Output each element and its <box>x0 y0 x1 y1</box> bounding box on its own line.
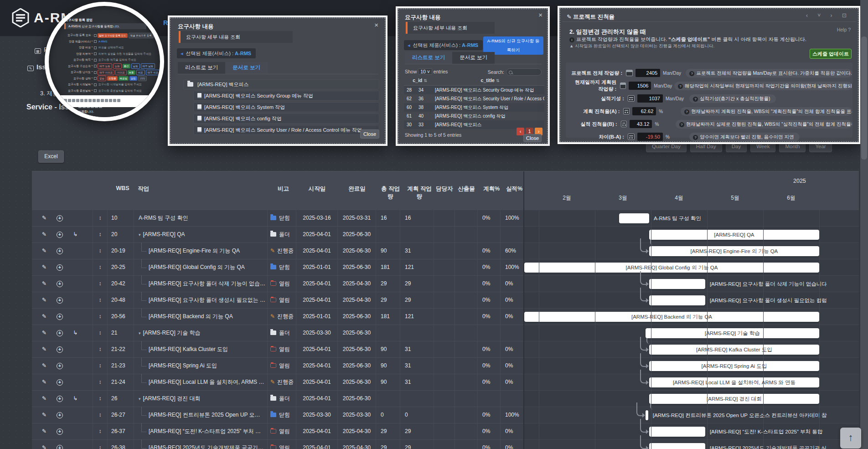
loupe-chip[interactable]: 매우 낮음 <box>141 63 155 69</box>
loupe-chip[interactable]: 어려움 <box>115 70 127 75</box>
move-row-icon[interactable]: ↕ <box>93 325 108 341</box>
task-cell[interactable]: [ARMS-REQ] Global Config 의 기능 QA <box>134 259 268 275</box>
tab-doc-view[interactable]: 문서로 보기 <box>452 52 495 64</box>
loupe-field-value[interactable]: 버전을 선택해주세요 <box>98 46 124 50</box>
gantt-bar[interactable]: [ARMS-REQ] Engine-Fire 의 기능 QA <box>649 246 819 256</box>
requirement-list-row[interactable]: 6140[ARMS-REQ] 백오피스 config 작업 <box>404 112 544 120</box>
column-header-10[interactable]: 실적% <box>501 171 523 210</box>
toolbar-icon[interactable] <box>88 99 92 102</box>
table-row[interactable]: ✎+↕20-42[ARMS-REQ] 요구사항 폴더 삭제 기능이 없습…열림2… <box>32 276 523 292</box>
scroll-to-top-button[interactable]: ↑ <box>840 428 861 449</box>
entries-select[interactable]: 10 ˅ <box>418 68 432 75</box>
table-row[interactable]: ✎+↕20-48[ARMS-REQ] 요구사항 폴더 생성시 필요없는 …열림2… <box>32 292 523 309</box>
dialog3-window-icons[interactable]: ‹ ˅ › ⊡ <box>806 12 851 19</box>
table-row[interactable]: ✎+↕21-23[ARMS-REQ] Spring Ai 도입열림2025-04… <box>32 358 523 374</box>
loupe-chip[interactable]: 닫힘 <box>129 76 137 81</box>
table-row[interactable]: ✎+↕26-27[ARMS-REQ] 컨트리뷰톤 2025 Open UP 오픈… <box>32 407 523 423</box>
edit-row-icon[interactable]: ✎ <box>42 210 46 226</box>
loupe-chip[interactable]: 쉬움 <box>136 70 145 75</box>
loupe-chip[interactable]: 기타 <box>138 76 147 81</box>
gantt-bar[interactable] <box>649 295 705 305</box>
indent-icon[interactable]: ↳ <box>73 391 78 407</box>
toolbar-icon[interactable] <box>84 99 88 102</box>
loupe-chip[interactable]: 열림 <box>98 76 106 81</box>
move-row-icon[interactable]: ↕ <box>93 358 108 374</box>
add-row-icon[interactable]: + <box>57 215 63 222</box>
task-cell[interactable]: [ARMS-REQ] Engine-Fire 의 기능 QA <box>134 243 268 259</box>
loupe-field-value[interactable]: 리뷰어 설정을 위한 계정들을 입력해 주세요 <box>98 52 151 56</box>
table-row[interactable]: ✎+↕26-37[ARMS-REQ] “도전! K-스타트업 2025” 부처 … <box>32 423 523 440</box>
dialog1-close-button[interactable]: Close <box>360 129 379 139</box>
add-row-icon[interactable]: + <box>57 314 63 320</box>
dialog1-close-icon[interactable]: × <box>374 21 378 29</box>
table-row[interactable]: ✎+↕21-22[ARMS-REQ] Kafka Cluster 도입열림202… <box>32 341 523 358</box>
task-cell[interactable]: [ARMS-REQ] Local LLM 을 설치하여, ARMS … <box>134 374 268 390</box>
tab-list-view[interactable]: 리스트로 보기 <box>178 62 225 74</box>
tree-doc-item[interactable]: [ARMS-REQ] 백오피스 System 작업 <box>193 102 379 112</box>
editor-placeholder[interactable]: 요구사항 내용을 기록합니다. <box>53 108 164 121</box>
loupe-field-value[interactable]: A-RMS <box>98 40 107 43</box>
tree-doc-item[interactable]: [ARMS-REQ] 백오피스 Security User / Role / A… <box>193 125 379 135</box>
indent-icon[interactable]: ↳ <box>73 325 78 341</box>
toolbar-icon[interactable] <box>60 99 63 102</box>
column-header-0[interactable]: WBS <box>108 171 134 210</box>
add-row-icon[interactable]: + <box>57 281 63 287</box>
folder-caret-icon[interactable]: ▾ <box>139 232 141 237</box>
gantt-bar[interactable]: [ARMS-REQ] Kafka Cluster 도입 <box>649 345 819 355</box>
gantt-bar[interactable]: [ARMS-REQ] Local LLM 을 설치하여, ARMS 와 연동 <box>649 377 819 387</box>
add-row-icon[interactable]: + <box>57 264 63 271</box>
table-row[interactable]: ✎+↕26-38[ARMS-REQ] 2025년도 기술개발제품 공공기…열림2… <box>32 440 523 449</box>
column-header-9[interactable]: 계획% <box>478 171 501 210</box>
gantt-bar[interactable]: [ARMS-REQ] Spring Ai 도입 <box>649 361 819 371</box>
gantt-bar[interactable]: [ARMS-REQ] Global Config 의 기능 QA <box>524 263 819 273</box>
edit-row-icon[interactable]: ✎ <box>42 440 46 449</box>
loupe-chip[interactable]: 보통 <box>128 70 135 75</box>
toolbar-icon[interactable] <box>72 99 75 102</box>
schedule-update-button[interactable]: 스케줄 업데이트 <box>810 49 852 59</box>
toolbar-icon[interactable] <box>80 99 83 102</box>
loupe-chip[interactable]: 높음 <box>113 63 122 69</box>
move-row-icon[interactable]: ↕ <box>93 374 108 390</box>
excel-export-button[interactable]: Excel <box>38 150 64 163</box>
gantt-bar[interactable] <box>619 213 649 223</box>
move-row-icon[interactable]: ↕ <box>93 210 108 226</box>
move-row-icon[interactable]: ↕ <box>93 276 108 292</box>
dialog2-close-icon[interactable]: × <box>538 11 542 19</box>
task-cell[interactable]: ▾[ARMS-REQ] 경진 대회 <box>134 391 268 407</box>
progress-field-value[interactable]: 62.62 <box>632 107 656 115</box>
loupe-chip[interactable]: 매우 어려움 <box>98 70 114 75</box>
requirement-list-row[interactable]: 2834[ARMS-REQ] 백오피스 Security Group 메뉴 작업 <box>404 86 544 94</box>
add-row-icon[interactable]: + <box>57 297 63 304</box>
task-cell[interactable]: [ARMS-REQ] 컨트리뷰톤 2025 Open UP 오픈… <box>134 407 268 423</box>
edit-row-icon[interactable]: ✎ <box>42 423 46 439</box>
column-header-4[interactable]: 완료일 <box>338 171 376 210</box>
move-row-icon[interactable]: ↕ <box>93 259 108 275</box>
move-row-icon[interactable]: ↕ <box>93 227 108 243</box>
progress-field-value[interactable]: 43.12 <box>630 120 652 128</box>
add-row-icon[interactable]: + <box>57 428 63 435</box>
edit-row-icon[interactable]: ✎ <box>42 358 46 374</box>
tree-root-folder[interactable]: [ARMS-REQ] 백오피스 <box>183 79 379 89</box>
column-header-8[interactable]: 산출물 <box>455 171 478 210</box>
add-row-icon[interactable]: + <box>57 396 63 402</box>
toolbar-icon[interactable] <box>68 99 71 102</box>
page-scrollbar[interactable] <box>860 0 868 449</box>
tab-list-view[interactable]: 리스트로 보기 <box>405 52 452 64</box>
loupe-chip[interactable]: 진행중 <box>107 76 118 81</box>
add-row-icon[interactable]: + <box>57 363 63 369</box>
edit-row-icon[interactable]: ✎ <box>42 309 46 325</box>
column-header-3[interactable]: 시작일 <box>296 171 338 210</box>
toolbar-icon[interactable] <box>56 99 59 102</box>
tree-doc-item[interactable]: [ARMS-REQ] 백오피스 Security Group 메뉴 작업 <box>193 91 379 101</box>
table-row[interactable]: ✎+↕20-25[ARMS-REQ] Global Config 의 기능 QA… <box>32 259 523 276</box>
tree-doc-item[interactable]: [ARMS-REQ] 백오피스 config 작업 <box>193 114 379 124</box>
indent-icon[interactable]: ↳ <box>73 227 78 243</box>
table-row[interactable]: ✎+↕21-24[ARMS-REQ] Local LLM 을 설치하여, ARM… <box>32 374 523 391</box>
edit-row-icon[interactable]: ✎ <box>42 276 46 292</box>
toolbar-icon[interactable] <box>117 99 120 102</box>
gantt-bar[interactable]: [ARMS-REQ] QA <box>649 230 819 240</box>
edit-row-icon[interactable]: ✎ <box>42 341 46 357</box>
loupe-field-value[interactable]: 요구사항 제목을 입력해 주세요 <box>98 58 136 62</box>
loupe-field-value[interactable]: 요구사항 시작날짜를 입력해 주세요 <box>98 83 142 87</box>
add-row-icon[interactable]: + <box>57 412 63 418</box>
